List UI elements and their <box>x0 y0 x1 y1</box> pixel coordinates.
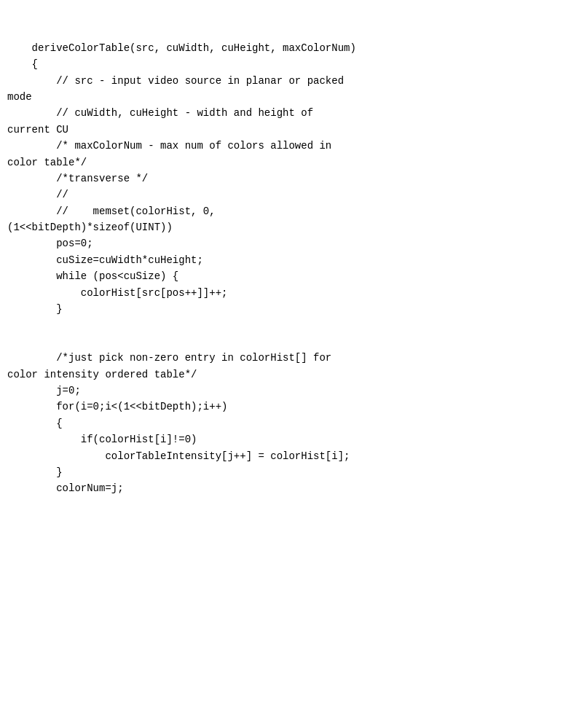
code-line: (1<<bitDepth)*sizeof(UINT)) <box>0 219 563 235</box>
code-line: color table*/ <box>0 154 563 171</box>
code-line: while (pos<cuSize) { <box>0 268 563 284</box>
code-line: { <box>0 56 563 72</box>
code-line: colorTableIntensity[j++] = colorHist[i]; <box>0 448 563 464</box>
code-line: // cuWidth, cuHeight - width and height … <box>0 105 563 121</box>
code-line: { <box>0 415 563 431</box>
code-line: mode <box>0 89 563 105</box>
code-line: deriveColorTable(src, cuWidth, cuHeight,… <box>0 40 563 56</box>
code-line: // <box>0 187 563 203</box>
code-line: } <box>0 301 563 317</box>
code-line: color intensity ordered table*/ <box>0 367 563 383</box>
code-line: /*transverse */ <box>0 171 563 187</box>
code-block: deriveColorTable(src, cuWidth, cuHeight,… <box>0 0 563 520</box>
code-line: // memset(colorHist, 0, <box>0 203 563 219</box>
code-line <box>0 334 563 350</box>
code-line: // src - input video source in planar or… <box>0 73 563 89</box>
code-line: current CU <box>0 122 563 138</box>
code-line: cuSize=cuWidth*cuHeight; <box>0 252 563 268</box>
code-line: colorNum=j; <box>0 480 563 496</box>
code-line: j=0; <box>0 383 563 399</box>
code-line: } <box>0 464 563 480</box>
code-line: if(colorHist[i]!=0) <box>0 431 563 447</box>
code-line: colorHist[src[pos++]]++; <box>0 285 563 301</box>
code-line: /* maxColorNum - max num of colors allow… <box>0 138 563 154</box>
code-line <box>0 317 563 333</box>
code-line: for(i=0;i<(1<<bitDepth);i++) <box>0 399 563 415</box>
code-line: /*just pick non-zero entry in colorHist[… <box>0 350 563 366</box>
code-line: pos=0; <box>0 235 563 251</box>
